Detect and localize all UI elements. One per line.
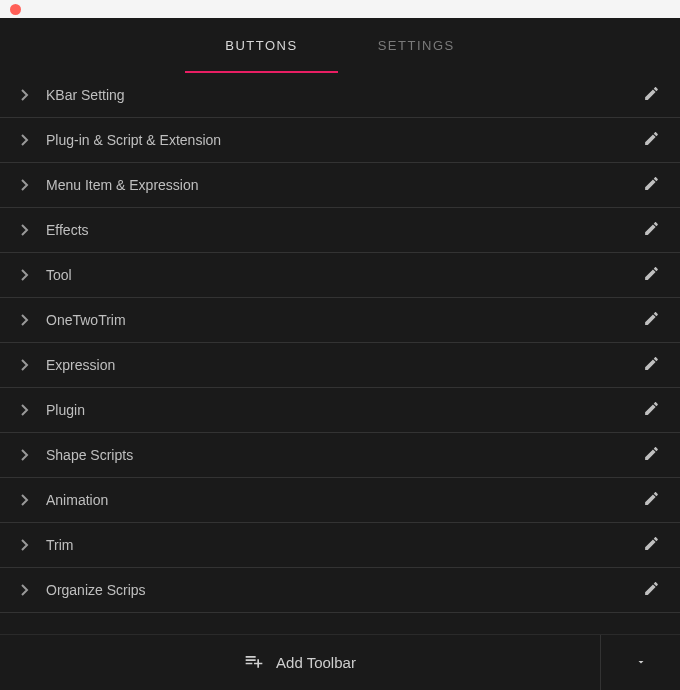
edit-button[interactable] <box>640 174 662 196</box>
chevron-right-icon <box>18 538 32 552</box>
chevron-right-icon <box>18 223 32 237</box>
list-item-label: Shape Scripts <box>46 447 640 463</box>
pencil-icon <box>643 580 660 601</box>
list-item[interactable]: OneTwoTrim <box>0 298 680 343</box>
pencil-icon <box>643 130 660 151</box>
list-item[interactable]: Plugin <box>0 388 680 433</box>
edit-button[interactable] <box>640 534 662 556</box>
footer-dropdown-button[interactable] <box>600 635 680 690</box>
list-item-label: Trim <box>46 537 640 553</box>
pencil-icon <box>643 445 660 466</box>
edit-button[interactable] <box>640 309 662 331</box>
edit-button[interactable] <box>640 579 662 601</box>
pencil-icon <box>643 85 660 106</box>
edit-button[interactable] <box>640 84 662 106</box>
edit-button[interactable] <box>640 399 662 421</box>
pencil-icon <box>643 490 660 511</box>
list-item[interactable]: KBar Setting <box>0 73 680 118</box>
pencil-icon <box>643 355 660 376</box>
list-item[interactable]: Menu Item & Expression <box>0 163 680 208</box>
edit-button[interactable] <box>640 444 662 466</box>
edit-button[interactable] <box>640 219 662 241</box>
chevron-right-icon <box>18 448 32 462</box>
pencil-icon <box>643 175 660 196</box>
list-item[interactable]: Effects <box>0 208 680 253</box>
chevron-right-icon <box>18 493 32 507</box>
list-item[interactable]: Organize Scrips <box>0 568 680 613</box>
chevron-right-icon <box>18 313 32 327</box>
pencil-icon <box>643 265 660 286</box>
list-item[interactable]: Expression <box>0 343 680 388</box>
list-item-label: OneTwoTrim <box>46 312 640 328</box>
list-item-label: Effects <box>46 222 640 238</box>
tab-settings-label: SETTINGS <box>378 38 455 53</box>
playlist-add-icon <box>244 651 264 674</box>
edit-button[interactable] <box>640 489 662 511</box>
chevron-right-icon <box>18 583 32 597</box>
list-item-label: Tool <box>46 267 640 283</box>
edit-button[interactable] <box>640 354 662 376</box>
edit-button[interactable] <box>640 129 662 151</box>
pencil-icon <box>643 310 660 331</box>
add-toolbar-button[interactable]: Add Toolbar <box>0 635 600 690</box>
toolbar-list: KBar SettingPlug-in & Script & Extension… <box>0 73 680 613</box>
pencil-icon <box>643 220 660 241</box>
tabs: BUTTONS SETTINGS <box>0 18 680 73</box>
tab-buttons[interactable]: BUTTONS <box>185 18 337 73</box>
list-item[interactable]: Plug-in & Script & Extension <box>0 118 680 163</box>
pencil-icon <box>643 535 660 556</box>
list-item-label: Menu Item & Expression <box>46 177 640 193</box>
tab-buttons-label: BUTTONS <box>225 38 297 53</box>
list-item[interactable]: Trim <box>0 523 680 568</box>
caret-down-icon <box>635 654 647 672</box>
list-item[interactable]: Tool <box>0 253 680 298</box>
chevron-right-icon <box>18 358 32 372</box>
edit-button[interactable] <box>640 264 662 286</box>
list-item-label: Expression <box>46 357 640 373</box>
tab-settings[interactable]: SETTINGS <box>338 18 495 73</box>
list-item-label: Organize Scrips <box>46 582 640 598</box>
add-toolbar-label: Add Toolbar <box>276 654 356 671</box>
list-item[interactable]: Animation <box>0 478 680 523</box>
chevron-right-icon <box>18 268 32 282</box>
close-window-button[interactable] <box>10 4 21 15</box>
pencil-icon <box>643 400 660 421</box>
list-item-label: Plugin <box>46 402 640 418</box>
list-item-label: Plug-in & Script & Extension <box>46 132 640 148</box>
chevron-right-icon <box>18 133 32 147</box>
list-item-label: Animation <box>46 492 640 508</box>
chevron-right-icon <box>18 403 32 417</box>
list-item[interactable]: Shape Scripts <box>0 433 680 478</box>
titlebar <box>0 0 680 18</box>
footer: Add Toolbar <box>0 634 680 690</box>
chevron-right-icon <box>18 178 32 192</box>
list-item-label: KBar Setting <box>46 87 640 103</box>
chevron-right-icon <box>18 88 32 102</box>
